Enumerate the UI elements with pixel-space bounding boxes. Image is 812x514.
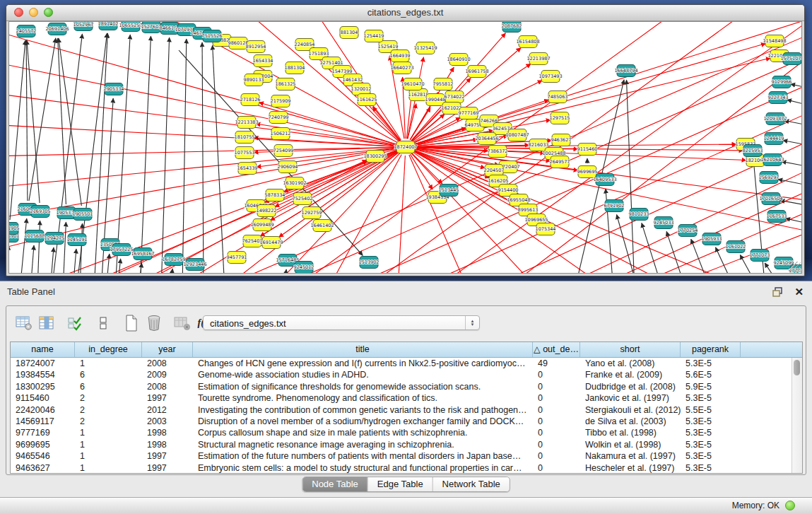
tab-network-table[interactable]: Network Table xyxy=(433,477,510,491)
graph-node[interactable]: 11548498 xyxy=(763,35,786,47)
graph-edge[interactable] xyxy=(9,124,397,146)
column-header-in_degree[interactable]: in_degree xyxy=(75,342,142,357)
graph-node[interactable]: 9810233 xyxy=(629,209,649,221)
graph-node[interactable]: 1244419 xyxy=(764,133,784,145)
graph-node[interactable]: 16640273 xyxy=(390,62,413,74)
graph-node[interactable]: 10655257 xyxy=(119,22,142,32)
graph-node[interactable]: 1905933 xyxy=(702,233,722,245)
graph-node[interactable]: 1569297 xyxy=(759,172,779,184)
clear-table-icon[interactable] xyxy=(172,313,193,333)
tab-edge-table[interactable]: Edge Table xyxy=(368,477,433,491)
graph-node[interactable]: 7386372 xyxy=(488,146,508,158)
graph-edge[interactable] xyxy=(37,221,40,273)
graph-node[interactable]: 9129966 xyxy=(772,76,792,88)
graph-node[interactable]: 1513445 xyxy=(439,185,459,197)
graph-node[interactable]: 16301902 xyxy=(283,177,306,189)
graph-node[interactable]: 16409533 xyxy=(593,174,616,186)
graph-edge[interactable] xyxy=(73,249,76,273)
graph-edge[interactable] xyxy=(27,40,40,203)
graph-node[interactable]: 8912954 xyxy=(246,41,266,53)
graph-edge[interactable] xyxy=(666,231,686,273)
graph-node[interactable]: 16958167 xyxy=(131,248,154,260)
graph-edge[interactable] xyxy=(140,36,151,273)
graph-node[interactable]: 9699695 xyxy=(577,166,598,178)
graph-node[interactable]: 12093872 xyxy=(763,113,787,125)
graph-node[interactable]: 12213383 xyxy=(235,117,258,129)
table-row[interactable]: 911546021997Tourette syndrome. Phenomeno… xyxy=(11,392,802,404)
graph-node[interactable]: 1294275 xyxy=(45,233,65,245)
scrollbar-thumb[interactable] xyxy=(794,360,800,375)
graph-node[interactable]: 1254419 xyxy=(364,30,384,42)
graph-node[interactable]: 6734022 xyxy=(445,91,465,103)
graph-node[interactable]: 11325419 xyxy=(413,42,437,54)
graph-node[interactable]: 9245033 xyxy=(654,217,674,229)
graph-node[interactable]: 1901905 xyxy=(9,223,19,235)
graph-edge[interactable] xyxy=(170,269,172,273)
graph-node[interactable]: 881304 xyxy=(340,27,358,39)
table-row[interactable]: 977716911998Corpus callosum shape and si… xyxy=(11,427,802,438)
graph-node[interactable]: 16099489 xyxy=(250,219,273,231)
graph-node[interactable]: 1770254 xyxy=(678,225,698,237)
graph-node[interactable]: 2718126 xyxy=(240,94,261,106)
graph-node[interactable]: 1075344 xyxy=(536,223,556,235)
graph-edge[interactable] xyxy=(9,147,397,156)
column-header-year[interactable]: year xyxy=(142,342,193,357)
table-row[interactable]: 1830029562008Estimation of significance … xyxy=(11,381,802,392)
graph-node[interactable]: 1861325 xyxy=(276,78,296,90)
graph-node[interactable]: 16210643 xyxy=(760,154,784,166)
close-panel-icon[interactable]: ✕ xyxy=(794,285,804,299)
network-window-titlebar[interactable]: citations_edges.txt xyxy=(6,5,804,21)
graph-edge[interactable] xyxy=(26,40,28,201)
graph-node[interactable]: 2906094 xyxy=(278,161,298,173)
graph-node[interactable]: 1513902 xyxy=(359,257,379,269)
graph-node[interactable]: 1771073 xyxy=(750,250,770,262)
graph-node[interactable]: 9463627 xyxy=(551,134,572,146)
graph-node[interactable]: 9245012 xyxy=(294,262,314,274)
graph-node[interactable]: 18300295 xyxy=(363,151,387,163)
graph-node[interactable]: 7525402 xyxy=(293,193,313,205)
table-row[interactable]: 946362711997Embryonic stem cells: a mode… xyxy=(11,462,802,474)
graph-node[interactable]: 1161022 xyxy=(726,241,746,253)
graph-edge[interactable] xyxy=(30,245,34,273)
graph-node[interactable]: 7515526 xyxy=(202,30,223,42)
table-row[interactable]: 1938455462009Genome-wide association stu… xyxy=(11,369,802,380)
table-row[interactable]: 1456911722003Disruption of a novel membe… xyxy=(11,416,802,427)
graph-node[interactable]: 9890133 xyxy=(244,74,264,86)
column-header-name[interactable]: name xyxy=(11,342,75,357)
graph-node[interactable]: 1145191 xyxy=(67,234,88,246)
table-settings-icon[interactable] xyxy=(13,313,35,333)
graph-node[interactable]: 7240799 xyxy=(269,112,289,124)
graph-edge[interactable] xyxy=(784,121,801,129)
graph-node[interactable]: 20691406 xyxy=(45,23,69,35)
zoom-window-icon[interactable] xyxy=(44,8,53,17)
table-row[interactable]: 946554611997Estimation of the future num… xyxy=(11,450,802,462)
network-table-select[interactable]: citations_edges.txt ▲▼ xyxy=(203,315,480,330)
graph-edge[interactable] xyxy=(213,45,225,273)
graph-node[interactable]: 1297515 xyxy=(550,112,570,124)
graph-node[interactable]: 2405572 xyxy=(16,25,37,37)
table-row[interactable]: 1872400712008Changes of HCN gene express… xyxy=(11,358,802,369)
delete-icon[interactable] xyxy=(143,313,165,333)
graph-node[interactable]: 1161625 xyxy=(357,94,377,106)
close-window-icon[interactable] xyxy=(14,8,23,17)
graph-edge[interactable] xyxy=(782,161,801,170)
graph-node[interactable]: 16648794 xyxy=(614,65,637,77)
graph-node[interactable]: 8215953 xyxy=(743,145,763,157)
graph-node[interactable]: 16782759 xyxy=(162,254,185,266)
graph-node[interactable]: 2175909 xyxy=(271,95,291,107)
graph-edge[interactable] xyxy=(780,200,801,209)
graph-node[interactable]: 1167533 xyxy=(767,211,787,223)
graph-edge[interactable] xyxy=(94,33,107,273)
graph-edge[interactable] xyxy=(778,180,801,189)
graph-node[interactable]: 1810755 xyxy=(235,132,255,144)
row-select-icon[interactable] xyxy=(64,313,86,333)
graph-node[interactable]: 16914479 xyxy=(259,237,283,249)
graph-edge[interactable] xyxy=(80,223,83,273)
graph-node[interactable]: 12213987 xyxy=(526,53,550,65)
graph-edge[interactable] xyxy=(106,254,110,273)
graph-node[interactable]: 1077553 xyxy=(235,147,255,159)
graph-edge[interactable] xyxy=(617,215,638,273)
graph-node[interactable]: 2905334 xyxy=(104,83,124,95)
graph-node[interactable]: 1115688 xyxy=(25,230,45,243)
graph-node[interactable]: 9227343 xyxy=(768,92,789,104)
